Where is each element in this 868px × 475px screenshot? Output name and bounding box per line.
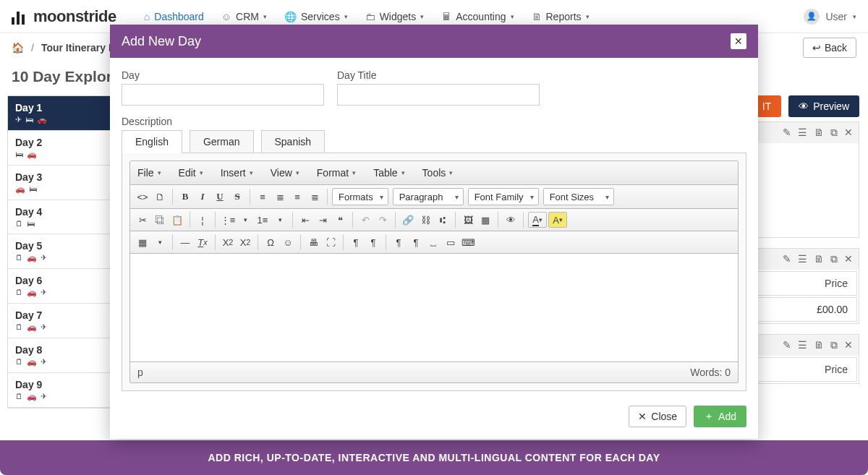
lang-tab-german[interactable]: German <box>190 130 254 153</box>
menu-edit[interactable]: Edit▾ <box>179 167 203 179</box>
day-input[interactable] <box>122 84 324 106</box>
nav-item-widgets[interactable]: 🗀Widgets▾ <box>358 7 432 27</box>
anchor-icon[interactable]: ⑆ <box>435 212 451 228</box>
edit-icon[interactable]: ✎ <box>783 339 791 351</box>
nav-item-services[interactable]: 🌐Services▾ <box>277 7 355 27</box>
menu-label: Format <box>317 167 349 179</box>
table-icon[interactable]: ▦ <box>135 234 150 250</box>
formats-select[interactable]: Formats <box>332 188 388 205</box>
new-doc-icon[interactable]: 🗋 <box>152 189 168 205</box>
edit-icon[interactable]: ✎ <box>783 253 791 265</box>
align-left-icon[interactable]: ≡ <box>255 189 271 205</box>
underline-icon[interactable]: U <box>212 189 228 205</box>
delete-icon[interactable]: ✕ <box>844 253 853 265</box>
number-caret-icon[interactable]: ▾ <box>272 212 288 228</box>
day-label: Day 6 <box>15 275 122 286</box>
show-invisible-icon[interactable]: ¶ <box>408 234 424 250</box>
preview-icon[interactable]: 👁 <box>503 212 519 228</box>
preview-label: Preview <box>813 100 849 112</box>
copy-icon[interactable]: ⧉ <box>830 127 838 139</box>
copy-icon[interactable]: ⿻ <box>152 212 168 228</box>
pagebreak-icon[interactable]: ¦ <box>195 212 210 228</box>
daytitle-input[interactable] <box>337 84 540 106</box>
nav-item-crm[interactable]: ☺CRM▾ <box>214 7 274 27</box>
align-center-icon[interactable]: ≣ <box>272 189 288 205</box>
paste-icon[interactable]: 📋 <box>169 212 185 228</box>
italic-icon[interactable]: I <box>195 189 210 205</box>
link-icon[interactable]: 🔗 <box>400 212 416 228</box>
fullscreen-icon[interactable]: ⛶ <box>323 234 339 250</box>
copy-icon[interactable]: ⧉ <box>830 339 838 351</box>
clearformat-icon[interactable]: Tx <box>195 234 210 250</box>
align-justify-icon[interactable]: ≣ <box>307 189 323 205</box>
bullet-caret-icon[interactable]: ▾ <box>237 212 253 228</box>
number-list-icon[interactable]: 1≡ <box>255 212 271 228</box>
day-label: Day 8 <box>15 344 122 356</box>
doc-icon[interactable]: 🗎 <box>814 127 824 139</box>
paragraph-select[interactable]: Paragraph <box>393 188 464 205</box>
close-button[interactable]: ✕ Close <box>629 406 686 427</box>
bgcolor-icon[interactable]: A ▾ <box>548 212 567 228</box>
bold-icon[interactable]: B <box>177 189 193 205</box>
emoji-icon[interactable]: ☺ <box>280 234 296 250</box>
subscript-icon[interactable]: X2 <box>220 234 236 250</box>
image-icon[interactable]: 🖼 <box>460 212 476 228</box>
list-icon[interactable]: ☰ <box>798 127 807 139</box>
textcolor-icon[interactable]: A ▾ <box>528 212 547 228</box>
ltr-icon[interactable]: ¶ <box>348 234 364 250</box>
source-code-icon[interactable]: <> <box>135 189 150 205</box>
hr-icon[interactable]: — <box>177 234 193 250</box>
editor-textarea[interactable] <box>129 254 739 362</box>
preview-button[interactable]: 👁 Preview <box>788 95 859 117</box>
menu-insert[interactable]: Insert▾ <box>221 167 253 179</box>
menu-tools[interactable]: Tools▾ <box>422 167 454 179</box>
menu-table[interactable]: Table▾ <box>373 167 404 179</box>
nav-item-reports[interactable]: 🗎Reports▾ <box>524 7 597 27</box>
rtl-icon[interactable]: ¶ <box>365 234 381 250</box>
bullet-list-icon[interactable]: ⋮≡ <box>220 212 236 228</box>
menu-format[interactable]: Format▾ <box>317 167 356 179</box>
delete-icon[interactable]: ✕ <box>844 127 853 139</box>
cut-icon[interactable]: ✂ <box>135 212 150 228</box>
insert-datetime-icon[interactable]: ⌨ <box>460 234 476 250</box>
media-icon[interactable]: ▦ <box>477 212 493 228</box>
indent-icon[interactable]: ⇥ <box>315 212 331 228</box>
print-icon[interactable]: 🖶 <box>305 234 321 250</box>
fontsizes-select[interactable]: Font Sizes <box>543 188 614 205</box>
table-caret-icon[interactable]: ▾ <box>152 234 168 250</box>
outdent-icon[interactable]: ⇤ <box>297 212 313 228</box>
lang-tab-english[interactable]: English <box>122 130 182 153</box>
superscript-icon[interactable]: X2 <box>237 234 253 250</box>
align-right-icon[interactable]: ≡ <box>289 189 305 205</box>
redo-icon[interactable]: ↷ <box>375 212 391 228</box>
delete-icon[interactable]: ✕ <box>844 339 853 351</box>
editor-menubar: File▾Edit▾Insert▾View▾Format▾Table▾Tools… <box>129 161 739 185</box>
blockquote-icon[interactable]: ❝ <box>332 212 348 228</box>
doc-icon[interactable]: 🗎 <box>814 253 824 265</box>
copy-icon[interactable]: ⧉ <box>830 253 838 265</box>
template-icon[interactable]: ▭ <box>443 234 459 250</box>
lang-tab-spanish[interactable]: Spanish <box>261 130 326 153</box>
add-button[interactable]: ＋ Add <box>694 406 746 427</box>
doc-icon[interactable]: 🗎 <box>814 339 824 351</box>
undo-icon[interactable]: ↶ <box>357 212 373 228</box>
list-icon[interactable]: ☰ <box>798 339 807 351</box>
nbsp-icon[interactable]: ⎵ <box>425 234 441 250</box>
nav-item-accounting[interactable]: 🖩Accounting▾ <box>434 7 521 27</box>
menu-view[interactable]: View▾ <box>271 167 299 179</box>
edit-icon[interactable]: ✎ <box>783 127 791 139</box>
unlink-icon[interactable]: ⛓ <box>417 212 433 228</box>
nav-item-dashboard[interactable]: ⌂Dashboard <box>137 7 211 27</box>
back-button[interactable]: ↩ Back <box>803 38 856 58</box>
list-icon[interactable]: ☰ <box>798 253 807 265</box>
home-icon[interactable]: 🏠 <box>12 42 24 54</box>
day-label: Day 5 <box>15 240 122 252</box>
breadcrumb-item[interactable]: Tour Itinerary B <box>41 42 116 54</box>
strike-icon[interactable]: S <box>229 189 245 205</box>
modal-close-button[interactable]: ✕ <box>731 33 746 49</box>
show-blocks-icon[interactable]: ¶ <box>391 234 407 250</box>
fontfamily-select[interactable]: Font Family <box>468 188 539 205</box>
user-menu[interactable]: 👤 User ▾ <box>804 9 856 25</box>
charmap-icon[interactable]: Ω <box>263 234 278 250</box>
menu-file[interactable]: File▾ <box>137 167 161 179</box>
